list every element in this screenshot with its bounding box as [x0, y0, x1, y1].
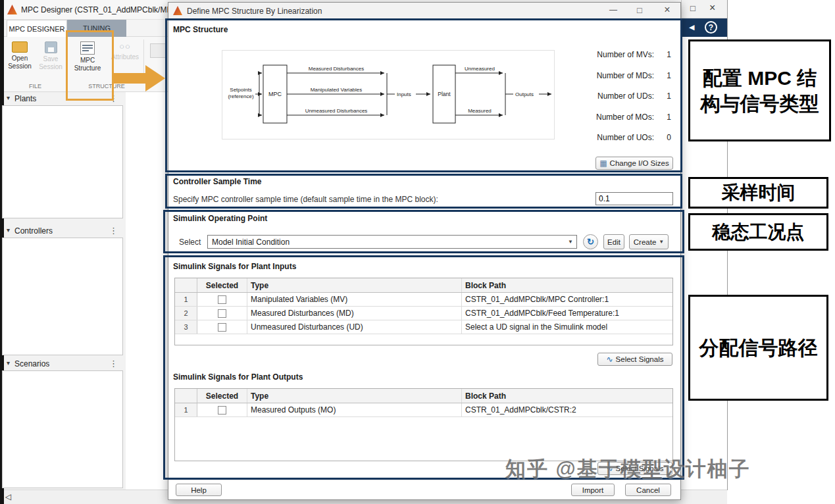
dialog-minimize-icon[interactable]: — — [604, 5, 622, 14]
dialog-maximize-icon[interactable]: □ — [630, 5, 649, 15]
table-row[interactable]: 2 Measured Disturbances (MD) CSTR_01_Add… — [175, 307, 672, 320]
annotation-operating-point: 稳态工况点 — [688, 213, 828, 251]
chevron-down-icon: ▼ — [659, 239, 664, 245]
refresh-operating-point-button[interactable]: ↻ — [583, 234, 598, 249]
panel-collapse-icon[interactable]: ◁ — [5, 492, 11, 501]
dialog-title: Define MPC Structure By Linearization — [187, 7, 322, 16]
change-io-sizes-label: Change I/O Sizes — [610, 159, 669, 167]
collapse-ribbon-icon[interactable]: ◀ — [689, 23, 694, 32]
collapse-triangle-icon[interactable]: ▾ — [7, 359, 10, 366]
change-io-sizes-button[interactable]: ▦ Change I/O Sizes — [595, 157, 673, 170]
annotation-sample-time: 采样时间 — [688, 177, 828, 209]
signal-icon: ∿ — [607, 355, 613, 364]
plant-outputs-table-header: Selected Type Block Path — [175, 389, 672, 403]
annotation-structure: 配置 MPC 结构与信号类型 — [688, 39, 831, 141]
dialog-logo-icon — [173, 6, 182, 15]
collapse-triangle-icon[interactable]: ▾ — [7, 226, 10, 234]
sample-time-input[interactable] — [595, 192, 673, 205]
controllers-menu-icon[interactable]: ⋮ — [109, 226, 118, 236]
cancel-label: Cancel — [636, 486, 660, 494]
attributes-icon: ○○ — [119, 41, 131, 51]
plant-inputs-table: Selected Type Block Path 1 Manipulated V… — [174, 278, 673, 345]
import-button[interactable]: Import — [571, 484, 615, 496]
annotation-signals: 分配信号路径 — [688, 295, 828, 401]
open-session-label: Open Session — [5, 55, 34, 70]
screenshot-root: MPC Designer (CSTR_01_AddMPCblk/MPC Con … — [0, 0, 835, 504]
dialog-titlebar[interactable]: Define MPC Structure By Linearization — … — [168, 3, 680, 19]
help-band: ◀ ? — [681, 18, 727, 37]
table-filler-row — [175, 417, 672, 461]
table-row[interactable]: 1 Measured Outputs (MO) CSTR_01_AddMPCbl… — [175, 403, 672, 417]
help-button[interactable]: ? — [705, 21, 717, 34]
edit-operating-point-button[interactable]: Edit — [603, 234, 624, 249]
sidebar-section-scenarios[interactable]: Scenarios — [14, 359, 49, 368]
background-window-titlebar: □ × — [681, 0, 727, 18]
edit-label: Edit — [607, 238, 620, 246]
plant-outputs-table: Selected Type Block Path 1 Measured Outp… — [174, 388, 673, 461]
plants-list-panel[interactable] — [2, 105, 123, 218]
help-button-dialog[interactable]: Help — [176, 484, 222, 496]
highlight-arrow-head — [145, 65, 165, 91]
row-checkbox[interactable] — [218, 309, 226, 318]
highlight-arrow-body — [114, 73, 145, 84]
sidebar-section-controllers[interactable]: Controllers — [14, 226, 53, 236]
import-label: Import — [582, 486, 604, 494]
select-signals-label: Select Signals — [616, 355, 664, 363]
open-folder-icon — [12, 41, 28, 53]
table-filler-row — [175, 334, 672, 345]
row-checkbox[interactable] — [218, 406, 226, 415]
chevron-down-icon: ▼ — [565, 239, 576, 245]
help-icon: ? — [709, 23, 713, 32]
table-row[interactable]: 1 Manipulated Variables (MV) CSTR_01_Add… — [175, 293, 672, 307]
collapse-triangle-icon[interactable]: ▾ — [7, 94, 10, 101]
controllers-list-panel[interactable] — [2, 238, 123, 355]
close-icon[interactable]: × — [709, 2, 715, 14]
open-session-button[interactable]: Open Session — [5, 40, 34, 80]
highlight-box-mpc-structure — [66, 30, 114, 101]
select-signals-inputs-button[interactable]: ∿ Select Signals — [597, 353, 672, 366]
dialog-close-icon[interactable]: × — [658, 4, 676, 16]
plant-inputs-table-header: Selected Type Block Path — [175, 278, 672, 293]
save-session-label: Save Session — [36, 55, 65, 70]
row-checkbox[interactable] — [218, 323, 226, 332]
table-row[interactable]: 3 Unmeasured Disturbances (UD) Select a … — [175, 320, 672, 334]
refresh-icon: ↻ — [587, 237, 594, 247]
file-group-label: FILE — [4, 83, 66, 89]
maximize-icon[interactable]: □ — [690, 3, 696, 13]
watermark: 知乎 @基于模型设计柚子 — [505, 455, 834, 483]
help-label: Help — [191, 486, 207, 494]
extra-tool-icon — [150, 43, 166, 58]
save-floppy-icon — [45, 41, 57, 53]
tab-mpc-designer[interactable]: MPC DESIGNER — [7, 20, 67, 37]
grid-icon: ▦ — [599, 159, 607, 168]
sidebar-section-plants[interactable]: Plants — [14, 94, 36, 103]
operating-point-dropdown[interactable]: Model Initial Condition ▼ — [207, 235, 577, 249]
save-session-button[interactable]: Save Session — [36, 40, 65, 80]
sidebar: ▾ Plants ⋮ ▾ Controllers ⋮ ▾ Scenarios ⋮ — [4, 92, 126, 490]
operating-point-value: Model Initial Condition — [208, 238, 565, 247]
app-logo-icon — [7, 5, 17, 14]
row-checkbox[interactable] — [218, 295, 226, 304]
cancel-button[interactable]: Cancel — [625, 484, 671, 496]
scenarios-list-panel[interactable] — [2, 370, 123, 488]
create-operating-point-button[interactable]: Create ▼ — [629, 234, 669, 249]
create-label: Create — [634, 238, 657, 246]
scenarios-menu-icon[interactable]: ⋮ — [109, 359, 118, 368]
